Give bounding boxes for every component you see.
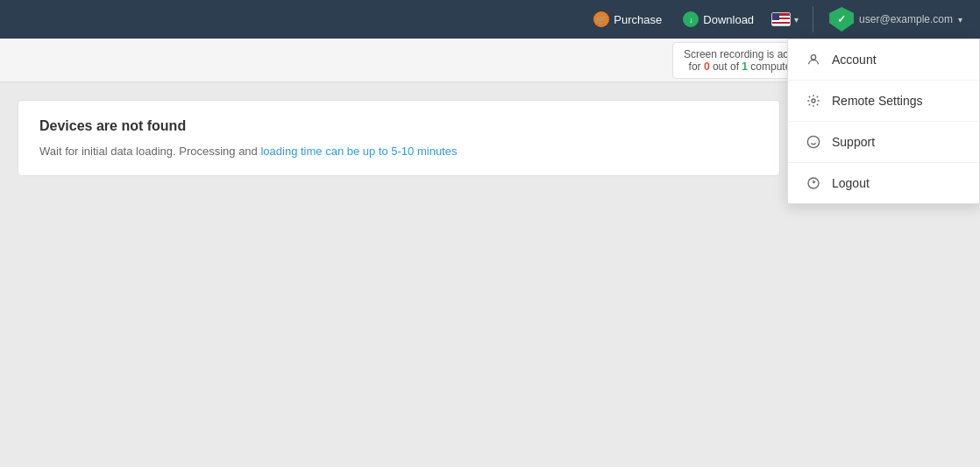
devices-card: Devices are not found Wait for initial d… <box>18 100 780 176</box>
download-button[interactable]: ↓ Download <box>674 6 763 32</box>
support-icon <box>806 134 821 150</box>
remote-settings-label: Remote Settings <box>832 94 923 108</box>
svg-point-0 <box>811 55 815 60</box>
language-chevron: ▾ <box>794 15 799 25</box>
screen-recording-zero: 0 <box>704 60 710 73</box>
shield-icon: ✓ <box>829 7 854 32</box>
svg-point-1 <box>812 99 815 103</box>
user-email: user@example.com <box>859 13 953 25</box>
screen-recording-prefix: for <box>689 60 704 73</box>
support-label: Support <box>832 135 875 149</box>
devices-desc-blue: loading time can be up to 5-10 minutes <box>260 145 457 158</box>
screen-recording-one: 1 <box>742 60 748 73</box>
divider <box>813 6 813 32</box>
account-label: Account <box>832 53 877 67</box>
purchase-label: Purchase <box>614 13 662 26</box>
menu-item-support[interactable]: Support <box>788 122 979 163</box>
devices-not-found-title: Devices are not found <box>39 118 758 134</box>
devices-description: Wait for initial data loading. Processin… <box>39 145 758 158</box>
purchase-button[interactable]: 🛒 Purchase <box>585 6 671 32</box>
menu-item-account[interactable]: Account <box>788 39 979 81</box>
screen-recording-middle: out of <box>710 60 742 73</box>
download-icon: ↓ <box>683 11 699 27</box>
logout-label: Logout <box>832 176 870 190</box>
account-icon <box>806 52 821 67</box>
user-chevron: ▾ <box>958 15 962 25</box>
menu-item-logout[interactable]: Logout <box>788 163 979 203</box>
language-selector[interactable]: ▾ <box>766 12 804 26</box>
menu-item-remote-settings[interactable]: Remote Settings <box>788 81 979 122</box>
download-label: Download <box>703 13 754 26</box>
account-dropdown: Account Remote Settings Support <box>787 39 980 204</box>
navbar: 🛒 Purchase ↓ Download ▾ ✓ user@example.c… <box>0 0 980 39</box>
svg-point-2 <box>807 136 819 147</box>
purchase-icon: 🛒 <box>593 11 609 27</box>
remote-settings-icon <box>806 93 821 109</box>
logout-icon <box>806 175 821 191</box>
user-menu-trigger[interactable]: ✓ user@example.com ▾ <box>822 4 969 35</box>
flag-icon <box>771 12 791 26</box>
devices-desc-prefix: Wait for initial data loading. Processin… <box>39 145 260 158</box>
